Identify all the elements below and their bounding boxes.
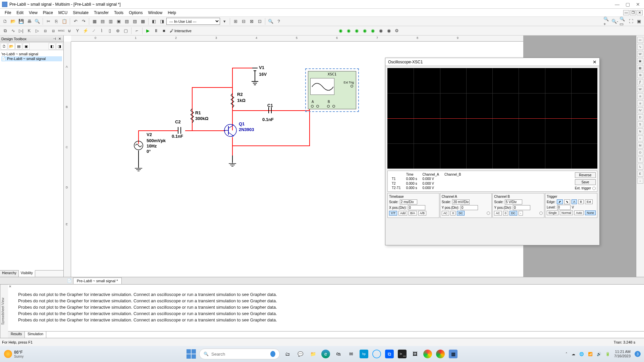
edge-icon[interactable]: e [321, 350, 330, 358]
task-view-icon[interactable]: 🗂 [283, 350, 292, 358]
instr-funcgen[interactable]: ∿ [637, 44, 643, 50]
instr-current[interactable]: ↓ [637, 178, 643, 184]
mail-icon[interactable]: ✉ [347, 350, 356, 358]
menu-window[interactable]: Window [145, 10, 165, 16]
instr-freq[interactable]: Ƒ [637, 79, 643, 85]
print-button[interactable]: 🖶 [25, 18, 33, 25]
toolbox-close[interactable]: ✕ [57, 37, 62, 41]
trigger-single-button[interactable]: Single [547, 210, 558, 215]
menu-mcu[interactable]: MCU [56, 10, 70, 16]
instr-scope[interactable]: ▣ [637, 58, 643, 64]
ch-a-port[interactable] [311, 105, 314, 108]
tb-btn-h[interactable]: ◧ [150, 18, 158, 25]
tbx-btn-2[interactable]: 📂 [8, 43, 15, 50]
sheet-tab[interactable]: Pre-Lab8 ~ small signal * [73, 278, 122, 284]
tb-btn-n[interactable]: ⊡ [256, 18, 263, 25]
tb-btn-f[interactable]: ▨ [131, 18, 139, 25]
instr-iv[interactable]: IV [637, 107, 643, 113]
instr-elvis[interactable]: E [637, 171, 643, 177]
instr-multimeter[interactable]: ▭ [637, 37, 643, 43]
place-wire[interactable]: ⌐ [133, 27, 141, 35]
cortana-icon[interactable] [372, 350, 381, 358]
fullscreen-button[interactable]: ▣ [635, 18, 643, 25]
close-button[interactable]: ✕ [636, 2, 640, 7]
q1-symbol[interactable] [224, 123, 237, 138]
instr-tk-osc[interactable]: T [637, 157, 643, 163]
tb-btn-j[interactable]: ▾ [221, 18, 228, 25]
wifi-icon[interactable]: 📶 [588, 352, 593, 356]
cha-dc-button[interactable]: DC [457, 211, 465, 216]
oscilloscope-window[interactable]: Oscilloscope-XSC1 ✕ TimeChannel_AChannel… [385, 58, 600, 245]
instr-logic-conv[interactable]: ⧇ [637, 100, 643, 106]
inuse-list-select[interactable]: --- In-Use List --- [166, 18, 220, 25]
cha-ac-button[interactable]: AC [442, 211, 449, 216]
probe-5[interactable]: ◉ [369, 27, 376, 35]
menu-transfer[interactable]: Transfer [91, 10, 111, 16]
toolbox-tree[interactable]: 're-Lab8 ~ small signal 📄 Pre-Lab8 ~ sma… [0, 50, 63, 270]
chb-inv-button[interactable]: - [519, 211, 523, 216]
comp-mixed[interactable]: ⊎ [66, 27, 73, 35]
comp-cmos[interactable]: ⧇ [50, 27, 57, 35]
instr-wattmeter[interactable]: W [637, 51, 643, 57]
menu-edit[interactable]: Edit [14, 10, 26, 16]
battery-icon[interactable]: 🔋 [605, 352, 610, 356]
timebase-xpos-input[interactable] [408, 205, 425, 210]
edge-fall-button[interactable]: ⬊ [564, 199, 570, 204]
ext-trig-port[interactable] [351, 85, 353, 87]
search-input[interactable] [211, 352, 268, 357]
timebase-ba-button[interactable]: B/A [409, 211, 417, 216]
trigger-ext-button[interactable]: Ext [585, 199, 593, 204]
probe-6[interactable]: ◉ [377, 27, 384, 35]
tbx-btn-6[interactable]: ◨ [56, 43, 63, 50]
cut-button[interactable]: ✂ [45, 18, 52, 25]
comp-rf[interactable]: ⟋ [90, 27, 97, 35]
help-button[interactable]: ? [275, 18, 282, 25]
instr-spec[interactable]: S [637, 121, 643, 127]
v2-symbol[interactable] [133, 140, 144, 150]
gnd-emitter[interactable] [228, 162, 237, 168]
instr-bode[interactable]: ⧉ [637, 72, 643, 78]
tb-btn-g[interactable]: ▩ [139, 18, 147, 25]
image-editor-icon[interactable]: 🖼 [411, 350, 419, 358]
chrome-icon[interactable] [436, 350, 445, 358]
copy-button[interactable]: ⎘ [53, 18, 60, 25]
gnd-v2[interactable] [134, 166, 143, 172]
mdi-minimize[interactable]: — [623, 10, 629, 15]
ch-a-gnd-port[interactable] [316, 105, 319, 108]
multisim-icon[interactable]: ▦ [449, 350, 458, 358]
trigger-b-button[interactable]: B [578, 199, 584, 204]
instr-labview[interactable]: L [637, 164, 643, 170]
instr-na[interactable]: N [637, 128, 643, 134]
comp-electromech[interactable]: ⌇ [98, 27, 105, 35]
tree-item-2[interactable]: 📄 Pre-Lab8 ~ small signal [1, 56, 62, 61]
menu-tools[interactable]: Tools [111, 10, 126, 16]
comp-power[interactable]: ⚡ [82, 27, 89, 35]
xsc1-instrument[interactable]: XSC1 Ext Trig A B [305, 68, 359, 112]
paste-button[interactable]: 📋 [61, 18, 68, 25]
scope-save-button[interactable]: Save [575, 179, 596, 185]
terminal-icon[interactable]: ＞_ [398, 350, 407, 358]
menu-help[interactable]: Help [165, 10, 179, 16]
comp-indicator[interactable]: Y [74, 27, 81, 35]
menu-simulate[interactable]: Simulate [70, 10, 91, 16]
instr-logic-analyzer[interactable]: ⧈ [637, 93, 643, 99]
tree-item-1[interactable]: 're-Lab8 ~ small signal [1, 52, 62, 56]
minimize-button[interactable]: — [615, 2, 620, 7]
comp-mcu[interactable]: ▢ [122, 27, 129, 35]
language-icon[interactable]: 🌐 [579, 352, 584, 356]
weather-widget[interactable]: 86°F Sunny [0, 350, 23, 358]
comp-diode[interactable]: ▷| [17, 27, 25, 35]
new-button[interactable]: 🗋 [1, 18, 9, 25]
tb-btn-d[interactable]: ▣ [115, 18, 122, 25]
c1-symbol[interactable] [271, 107, 272, 113]
mdi-close[interactable]: ✕ [637, 10, 643, 15]
undo-button[interactable]: ↶ [72, 18, 79, 25]
tb-btn-a[interactable]: ▦ [91, 18, 98, 25]
r2-symbol[interactable] [231, 94, 234, 110]
dropbox-icon[interactable]: ⧉ [385, 350, 394, 358]
comp-basic[interactable]: ⧉ [1, 27, 9, 35]
maximize-button[interactable]: ▢ [626, 2, 630, 7]
comp-connector[interactable]: ⊕ [114, 27, 121, 35]
chb-scale-input[interactable] [505, 199, 522, 204]
save-button[interactable]: 💾 [17, 18, 25, 25]
